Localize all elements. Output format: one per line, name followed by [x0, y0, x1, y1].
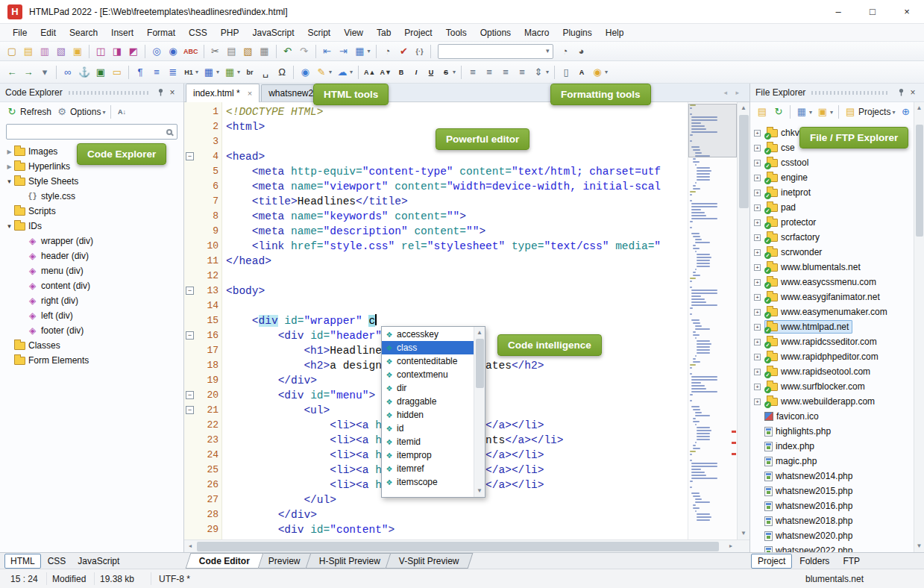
editor-tab-index-html[interactable]: index.html *×	[186, 84, 260, 102]
close-panel-icon[interactable]: ×	[166, 88, 178, 97]
ce-item-form-elements[interactable]: Form Elements	[0, 353, 183, 368]
autocomplete-item-itemscope[interactable]: ❖itemscope	[382, 475, 474, 489]
align-left-icon[interactable]: ≡	[465, 64, 481, 81]
horizontal-scrollbar-thumb[interactable]	[197, 542, 719, 551]
special-character-icon[interactable]: Ω	[274, 64, 290, 81]
fe-folder-scrfactory[interactable]: +scrfactory	[750, 230, 914, 245]
table-wizard-icon[interactable]: ▦▾	[221, 64, 242, 81]
expand-plus-icon[interactable]: +	[754, 249, 761, 256]
code-text[interactable]: <meta name="keywords" content="">	[226, 209, 466, 224]
search-icon[interactable]: ◎	[148, 43, 165, 60]
menu-item-tab[interactable]: Tab	[370, 25, 397, 40]
fe-file-whatsnew2016-php[interactable]: whatsnew2016.php	[750, 498, 914, 513]
ce-item-left-div[interactable]: ◈left (div)	[0, 308, 183, 323]
refresh-icon[interactable]: ↻	[770, 104, 787, 120]
expand-plus-icon[interactable]: +	[754, 369, 761, 375]
align-justify-icon[interactable]: ≡	[514, 64, 530, 81]
minimize-button[interactable]: –	[821, 0, 855, 23]
page-properties-icon[interactable]: ▯	[558, 64, 574, 81]
view-mode-icon[interactable]: ▦▾	[793, 104, 814, 120]
menu-item-macro[interactable]: Macro	[518, 25, 556, 40]
scroll-left-icon[interactable]: ◂	[184, 540, 196, 552]
fe-folder-www-rapidphpeditor-com[interactable]: +www.rapidphpeditor.com	[750, 349, 914, 364]
close-panel-icon[interactable]: ×	[907, 88, 919, 97]
menu-item-javascript[interactable]: JavaScript	[245, 25, 301, 40]
expand-plus-icon[interactable]: +	[754, 398, 761, 405]
fe-folder-scrwonder[interactable]: +scrwonder	[750, 245, 914, 260]
menu-item-help[interactable]: Help	[599, 25, 631, 40]
code-text[interactable]: <link href="style.css" rel="stylesheet" …	[226, 239, 661, 254]
find-next-icon[interactable]: ◔	[557, 43, 573, 60]
cut-icon[interactable]: ✂	[207, 43, 224, 60]
unindent-icon[interactable]: ⇤	[319, 43, 336, 60]
new-from-template-icon[interactable]: ▥	[37, 43, 53, 60]
scroll-up-icon[interactable]: ▲	[738, 102, 749, 114]
menu-item-view[interactable]: View	[337, 25, 370, 40]
sort-icon[interactable]: A↓	[114, 104, 129, 120]
heading-icon[interactable]: H1▾	[181, 64, 201, 81]
export-icon[interactable]: ▧	[53, 43, 69, 60]
scroll-up-icon[interactable]: ▲	[914, 102, 924, 114]
navigate-back-icon[interactable]: ←	[4, 64, 20, 81]
highlight-color-icon[interactable]: ◉▾	[589, 64, 610, 81]
lang-tab-javascript[interactable]: JavaScript	[72, 554, 125, 568]
expand-plus-icon[interactable]: +	[754, 175, 761, 181]
fe-folder-csstool[interactable]: +csstool	[750, 155, 914, 170]
scroll-right-icon[interactable]: ▸	[725, 540, 737, 552]
code-text[interactable]: <body>	[226, 284, 265, 298]
minimap[interactable]	[688, 102, 737, 539]
fe-folder-www-rapidcsseditor-com[interactable]: +www.rapidcsseditor.com	[750, 334, 914, 349]
save-as-icon[interactable]: ◩	[125, 43, 142, 60]
autocomplete-item-hidden[interactable]: ❖hidden	[382, 408, 474, 422]
code-text[interactable]: <meta http-equiv="content-type" content=…	[226, 164, 661, 179]
color-picker-icon[interactable]: ✎▾	[313, 64, 334, 81]
ce-item-classes[interactable]: Classes	[0, 338, 183, 353]
code-text[interactable]: <ul>	[226, 403, 330, 418]
file-explorer-scrollbar[interactable]: ▲ ▼	[914, 102, 924, 552]
fold-toggle-icon[interactable]: −	[186, 406, 194, 414]
decrease-font-icon[interactable]: A▼	[378, 64, 394, 81]
ce-item-wrapper-div[interactable]: ◈wrapper (div)	[0, 234, 183, 248]
expand-plus-icon[interactable]: +	[754, 279, 761, 286]
fe-folder-www-surfblocker-com[interactable]: +www.surfblocker.com	[750, 379, 914, 394]
code-sweeper-icon[interactable]: ◉	[297, 64, 313, 81]
code-text[interactable]: <meta name="viewport" content="width=dev…	[226, 179, 661, 194]
open-file-icon[interactable]: ▤	[20, 43, 37, 60]
menu-item-plugins[interactable]: Plugins	[556, 25, 598, 40]
fe-file-index-php[interactable]: index.php	[750, 439, 914, 454]
italic-icon[interactable]: I	[409, 64, 424, 81]
autocomplete-item-id[interactable]: ❖id	[382, 422, 474, 435]
line-spacing-icon[interactable]: ⇕▾	[530, 64, 551, 81]
fe-file-whatsnew2014-php[interactable]: whatsnew2014.php	[750, 469, 914, 484]
align-right-icon[interactable]: ≡	[497, 64, 514, 81]
ce-item-menu-div[interactable]: ◈menu (div)	[0, 263, 183, 278]
expand-plus-icon[interactable]: +	[754, 234, 761, 241]
menu-item-script[interactable]: Script	[301, 25, 338, 40]
insert-comment-icon[interactable]: ▭	[109, 64, 125, 81]
fe-folder-pad[interactable]: +pad	[750, 200, 914, 215]
fe-file-favicon-ico[interactable]: favicon.ico	[750, 409, 914, 424]
fe-folder-www-htmlpad-net[interactable]: +www.htmlpad.net	[750, 319, 914, 334]
collapse-arrow-icon[interactable]: ▼	[4, 178, 14, 185]
vertical-scrollbar[interactable]: ▲ ▼	[737, 102, 749, 539]
code-braces-icon[interactable]: {·}	[412, 43, 427, 60]
autocomplete-item-accesskey[interactable]: ❖accesskey	[382, 328, 474, 341]
navigate-forward-icon[interactable]: →	[20, 64, 37, 81]
menu-item-edit[interactable]: Edit	[34, 25, 63, 40]
tab-scroll-left-icon[interactable]: ◂	[723, 89, 727, 96]
autocomplete-scrollbar-thumb[interactable]	[476, 339, 484, 388]
code-text[interactable]: </div>	[226, 507, 317, 522]
autocomplete-item-contextmenu[interactable]: ❖contextmenu	[382, 368, 474, 381]
view-tab-v-split-preview[interactable]: V-Split Preview	[385, 553, 473, 569]
horizontal-scrollbar[interactable]: ◂ ▸	[184, 539, 749, 552]
fe-tab-ftp[interactable]: FTP	[837, 554, 866, 568]
ce-item-style-css[interactable]: {}style.css	[0, 189, 183, 204]
expand-arrow-icon[interactable]: ▶	[4, 163, 14, 170]
fe-folder-www-blumentals-net[interactable]: +www.blumentals.net	[750, 260, 914, 275]
font-color-icon[interactable]: A	[574, 64, 589, 81]
insert-image-icon[interactable]: ▣	[92, 64, 109, 81]
menu-item-search[interactable]: Search	[63, 25, 104, 40]
expand-plus-icon[interactable]: +	[754, 204, 761, 211]
fe-file-whatsnew2020-php[interactable]: whatsnew2020.php	[750, 528, 914, 543]
fe-file-whatsnew2022-php[interactable]: whatsnew2022.php	[750, 543, 914, 552]
